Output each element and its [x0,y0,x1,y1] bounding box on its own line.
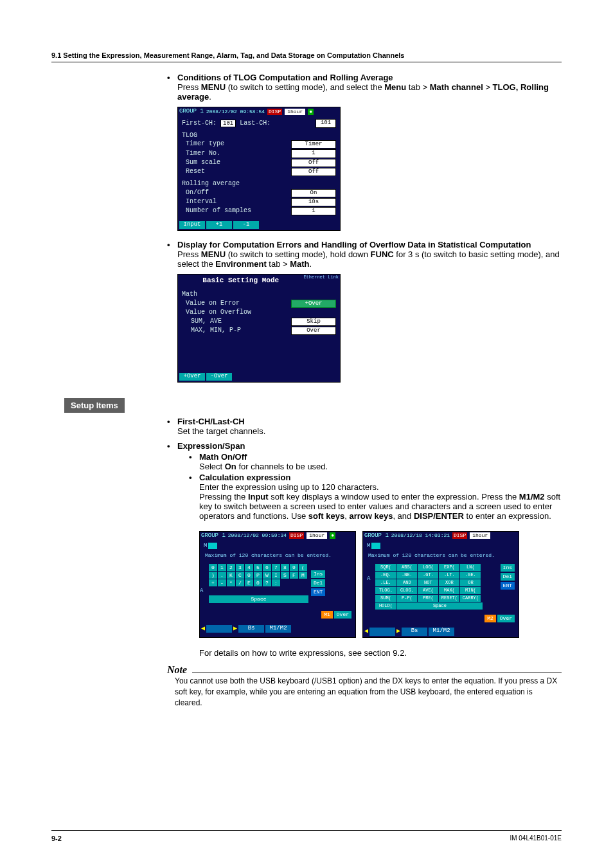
doc-id: IM 04L41B01-01E [510,835,562,842]
bullet-dot: • [167,441,172,658]
si1-title: First-CH/Last-CH [177,417,562,426]
bullet-dot: • [167,240,172,390]
page-number: 9-2 [51,835,62,842]
s2-title: Display for Computation Errors and Handl… [177,240,562,249]
calc-expr-title: Calculation expression [199,473,562,482]
si2-title: Expression/Span [177,441,562,451]
s1-title: Conditions of TLOG Computation and Rolli… [177,73,562,82]
screenshot-tlog: GROUP 1 2008/12/02 09:58:54 DISP 1hour ●… [177,107,341,231]
bullet-dot: • [167,417,172,436]
post-expr-text: For details on how to write expressions,… [199,648,562,658]
screenshot-basic-setting: Ethernet Link Basic Setting Mode Math Va… [177,274,341,383]
calc-expr-body1: Enter the expression using up to 120 cha… [199,482,562,492]
note-body: You cannot use both the USB keyboard (/U… [175,676,562,709]
screenshot-expr-chars: GROUP 1 2008/12/02 09:59:34 DISP 1hour ●… [199,531,356,638]
math-onoff-body: Select On for channels to be used. [199,462,562,471]
calc-expr-body2: Pressing the Input soft key displays a w… [199,492,562,521]
si1-body: Set the target channels. [177,426,562,436]
note-rule [192,666,562,673]
screenshot-expr-funcs: GROUP 1 2008/12/18 14:03:21 DISP 1hour M… [362,531,519,638]
math-onoff-title: Math On/Off [199,452,562,462]
setup-items-label: Setup Items [64,398,125,413]
running-header: 9.1 Setting the Expression, Measurement … [51,51,562,62]
bullet-dot: • [167,73,172,239]
note-title: Note [167,664,187,676]
s1-paragraph: Press MENU (to switch to setting mode), … [177,82,562,102]
s2-paragraph: Press MENU (to switch to setting mode), … [177,249,562,269]
